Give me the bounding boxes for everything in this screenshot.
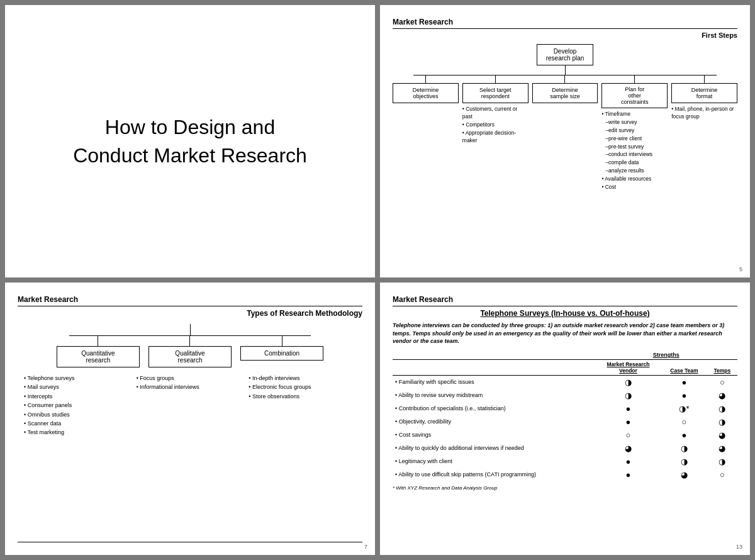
- slide3-header: Market Research: [18, 295, 362, 306]
- org-col-3: Plan forotherconstraints • Timeframe –wr…: [601, 76, 668, 192]
- table-row: • Ability to revise survey midstream ◑ ●…: [393, 389, 737, 402]
- notes-3: • Timeframe –write survey –edit survey –…: [601, 111, 668, 192]
- notes-4: • Mail, phone, in-person or focus group: [671, 106, 737, 121]
- table-row: • Contribution of specialists (i.e., sta…: [393, 402, 737, 415]
- team-cell: ◕: [661, 468, 707, 481]
- temps-cell: ◕: [707, 442, 737, 455]
- slide4-page: 13: [736, 544, 742, 550]
- temps-cell: ◕: [707, 389, 737, 402]
- strengths-row: Strengths: [393, 350, 737, 360]
- vendor-cell: ◕: [595, 442, 662, 455]
- org-chart: Develop research plan Determineobjective…: [393, 44, 737, 192]
- box-respondent: Select targetrespondent: [462, 83, 528, 103]
- vendor-cell: ◑: [595, 389, 662, 402]
- table-row: • Ability to use difficult skip patterns…: [393, 468, 737, 481]
- col-headers-row: Market ResearchVendor Case Team Temps: [393, 359, 737, 375]
- table-row: • Legitimacy with client ● ◑ ◑: [393, 455, 737, 468]
- table-row: • Ability to quickly do additional inter…: [393, 442, 737, 455]
- vendor-cell: ◑: [595, 375, 662, 389]
- org-col-4: Determineformat • Mail, phone, in-person…: [671, 76, 737, 192]
- org-col-0: Determineobjectives: [393, 76, 459, 192]
- types-col-2: Combination: [236, 336, 328, 367]
- box-sample: Determinesample size: [532, 83, 598, 103]
- team-cell: ●: [661, 389, 707, 402]
- org-col-2: Determinesample size: [532, 76, 598, 192]
- types-item-combo: • In-depth interviews • Electronic focus…: [249, 374, 356, 437]
- bottom-line: [18, 542, 362, 542]
- top-connector: [565, 65, 566, 75]
- feature-cell: • Objectivity, credibility: [393, 415, 595, 428]
- slide4-header: Market Research: [393, 295, 737, 306]
- box-constraints: Plan forotherconstraints: [601, 83, 668, 108]
- box-format: Determineformat: [671, 83, 737, 103]
- feature-cell: • Contribution of specialists (i.e., sta…: [393, 402, 595, 415]
- temps-cell: ○: [707, 375, 737, 389]
- strengths-header: Strengths: [595, 350, 737, 360]
- slide-3: Market Research Types of Research Method…: [5, 283, 375, 555]
- box-objectives: Determineobjectives: [393, 83, 459, 103]
- table-row: • Cost savings ○ ● ◕: [393, 428, 737, 442]
- feature-cell: • Legitimacy with client: [393, 455, 595, 468]
- vendor-cell: ○: [595, 428, 662, 442]
- team-cell: ◑: [661, 455, 707, 468]
- team-cell: ●: [661, 428, 707, 442]
- org-level: Determineobjectives Select targetrespond…: [393, 76, 737, 192]
- feature-cell: • Ability to revise survey midstream: [393, 389, 595, 402]
- vendor-cell: ●: [595, 455, 662, 468]
- slide2-label: First Steps: [393, 31, 737, 39]
- slide-4: Market Research Telephone Surveys (In-ho…: [380, 283, 750, 555]
- notes-1: • Customers, current or past • Competito…: [462, 106, 528, 145]
- phone-intro: Telephone interviews can be conducted by…: [393, 322, 737, 345]
- slide-1: How to Design andConduct Market Research: [5, 5, 375, 277]
- phone-footnote: * With XYZ Research and Data Analysis Gr…: [393, 485, 737, 491]
- types-items: • Telephone surveys • Mail surveys • Int…: [18, 374, 362, 437]
- slide4-title: Telephone Surveys (In-house vs. Out-of-h…: [393, 309, 737, 318]
- team-cell: ◑*: [661, 402, 707, 415]
- temps-cell: ◑: [707, 415, 737, 428]
- team-cell: ○: [661, 415, 707, 428]
- feature-cell: • Familiarity with specific issues: [393, 375, 595, 389]
- col-vendor: Market ResearchVendor: [595, 359, 662, 375]
- types-col-0: Quantitativeresearch: [52, 336, 144, 367]
- col-team: Case Team: [661, 359, 707, 375]
- types-branches: Quantitativeresearch Qualitativeresearch…: [52, 336, 328, 367]
- col-temps: Temps: [707, 359, 737, 375]
- box-qualitative: Qualitativeresearch: [148, 346, 232, 367]
- feature-cell: • Ability to quickly do additional inter…: [393, 442, 595, 455]
- types-chart: Quantitativeresearch Qualitativeresearch…: [18, 324, 362, 367]
- slide-2: Market Research First Steps Develop rese…: [380, 5, 750, 277]
- table-row: • Objectivity, credibility ● ○ ◑: [393, 415, 737, 428]
- box-quantitative: Quantitativeresearch: [57, 346, 140, 367]
- vendor-cell: ●: [595, 402, 662, 415]
- phone-table: Strengths Market ResearchVendor Case Tea…: [393, 350, 737, 481]
- slide2-page: 5: [739, 266, 742, 272]
- org-col-1: Select targetrespondent • Customers, cur…: [462, 76, 528, 192]
- org-top-box: Develop research plan: [537, 44, 593, 65]
- types-item-qual: • Focus groups • Informational interview…: [137, 374, 244, 437]
- h-line: [413, 75, 717, 76]
- temps-cell: ◕: [707, 428, 737, 442]
- types-item-quant: • Telephone surveys • Mail surveys • Int…: [24, 374, 131, 437]
- slide3-page: 7: [364, 544, 367, 550]
- team-cell: ◑: [661, 442, 707, 455]
- slide3-title: Types of Research Methodology: [18, 309, 362, 318]
- vendor-cell: ●: [595, 468, 662, 481]
- temps-cell: ◑: [707, 402, 737, 415]
- slide-title-text: How to Design andConduct Market Research: [73, 113, 307, 170]
- feature-cell: • Ability to use difficult skip patterns…: [393, 468, 595, 481]
- temps-cell: ○: [707, 468, 737, 481]
- feature-cell: • Cost savings: [393, 428, 595, 442]
- slide2-header: Market Research: [393, 18, 737, 29]
- table-row: • Familiarity with specific issues ◑ ● ○: [393, 375, 737, 389]
- team-cell: ●: [661, 375, 707, 389]
- types-col-1: Qualitativeresearch: [144, 336, 236, 367]
- temps-cell: ◑: [707, 455, 737, 468]
- box-combination: Combination: [240, 346, 323, 361]
- vendor-cell: ●: [595, 415, 662, 428]
